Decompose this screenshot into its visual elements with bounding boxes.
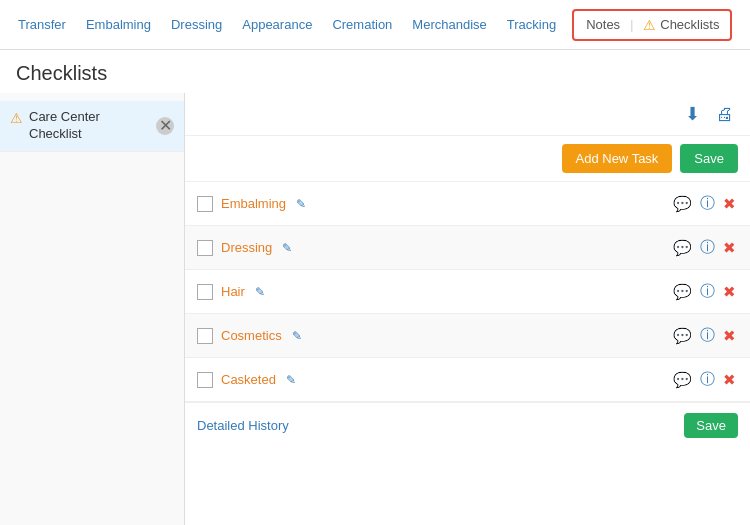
print-icon: 🖨 <box>716 104 734 124</box>
task-name-3[interactable]: Hair <box>221 284 245 299</box>
download-icon: ⬇ <box>685 104 700 124</box>
task-checkbox-1[interactable] <box>197 196 213 212</box>
task-comment-icon-1[interactable]: 💬 <box>671 193 694 215</box>
content-area: ⬇ 🖨 Add New Task Save Embalming ✎ <box>185 93 750 525</box>
table-row: Casketed ✎ 💬 ⓘ ✖ <box>185 358 750 402</box>
action-toolbar: Add New Task Save <box>185 136 750 182</box>
task-comment-icon-3[interactable]: 💬 <box>671 281 694 303</box>
task-edit-icon-1[interactable]: ✎ <box>296 197 306 211</box>
content-toolbar: ⬇ 🖨 <box>185 93 750 136</box>
nav-cremation[interactable]: Cremation <box>322 3 402 46</box>
table-row: Dressing ✎ 💬 ⓘ ✖ <box>185 226 750 270</box>
task-name-4[interactable]: Cosmetics <box>221 328 282 343</box>
add-task-button[interactable]: Add New Task <box>562 144 673 173</box>
task-name-1[interactable]: Embalming <box>221 196 286 211</box>
task-info-icon-3[interactable]: ⓘ <box>698 280 717 303</box>
footer-save-button[interactable]: Save <box>684 413 738 438</box>
task-checkbox-4[interactable] <box>197 328 213 344</box>
task-remove-icon-1[interactable]: ✖ <box>721 193 738 215</box>
nav-dressing[interactable]: Dressing <box>161 3 232 46</box>
top-navigation: Transfer Embalming Dressing Appearance C… <box>0 0 750 50</box>
task-remove-icon-4[interactable]: ✖ <box>721 325 738 347</box>
nav-merchandise[interactable]: Merchandise <box>402 3 496 46</box>
nav-appearance[interactable]: Appearance <box>232 3 322 46</box>
nav-embalming[interactable]: Embalming <box>76 3 161 46</box>
task-checkbox-2[interactable] <box>197 240 213 256</box>
task-remove-icon-3[interactable]: ✖ <box>721 281 738 303</box>
page-content: Checklists ⚠ Care Center Checklist ✕ ⬇ 🖨 <box>0 50 750 525</box>
print-button[interactable]: 🖨 <box>712 102 738 127</box>
sidebar-warning-icon: ⚠ <box>10 110 23 126</box>
table-row: Embalming ✎ 💬 ⓘ ✖ <box>185 182 750 226</box>
task-name-2[interactable]: Dressing <box>221 240 272 255</box>
task-edit-icon-2[interactable]: ✎ <box>282 241 292 255</box>
task-edit-icon-3[interactable]: ✎ <box>255 285 265 299</box>
sidebar: ⚠ Care Center Checklist ✕ <box>0 93 185 525</box>
table-row: Hair ✎ 💬 ⓘ ✖ <box>185 270 750 314</box>
table-row: Cosmetics ✎ 💬 ⓘ ✖ <box>185 314 750 358</box>
task-list: Embalming ✎ 💬 ⓘ ✖ Dressing ✎ <box>185 182 750 402</box>
save-button[interactable]: Save <box>680 144 738 173</box>
page-title: Checklists <box>0 50 750 93</box>
task-info-icon-1[interactable]: ⓘ <box>698 192 717 215</box>
task-info-icon-4[interactable]: ⓘ <box>698 324 717 347</box>
nav-checklists[interactable]: ⚠ Checklists <box>633 11 729 39</box>
detailed-history-link[interactable]: Detailed History <box>197 418 289 433</box>
task-name-5[interactable]: Casketed <box>221 372 276 387</box>
download-button[interactable]: ⬇ <box>681 101 704 127</box>
nav-notes[interactable]: Notes <box>576 11 630 38</box>
task-edit-icon-4[interactable]: ✎ <box>292 329 302 343</box>
task-checkbox-5[interactable] <box>197 372 213 388</box>
main-area: ⚠ Care Center Checklist ✕ ⬇ 🖨 Add New Ta… <box>0 93 750 525</box>
task-comment-icon-2[interactable]: 💬 <box>671 237 694 259</box>
sidebar-item-label: Care Center Checklist <box>29 109 156 143</box>
bottom-row: Detailed History Save <box>185 402 750 448</box>
task-checkbox-3[interactable] <box>197 284 213 300</box>
task-remove-icon-5[interactable]: ✖ <box>721 369 738 391</box>
task-edit-icon-5[interactable]: ✎ <box>286 373 296 387</box>
sidebar-item-inner: ⚠ Care Center Checklist <box>10 109 156 143</box>
sidebar-remove-button[interactable]: ✕ <box>156 117 174 135</box>
nav-transfer[interactable]: Transfer <box>8 3 76 46</box>
task-info-icon-5[interactable]: ⓘ <box>698 368 717 391</box>
sidebar-item-care-center[interactable]: ⚠ Care Center Checklist ✕ <box>0 101 184 152</box>
task-comment-icon-5[interactable]: 💬 <box>671 369 694 391</box>
task-comment-icon-4[interactable]: 💬 <box>671 325 694 347</box>
task-remove-icon-2[interactable]: ✖ <box>721 237 738 259</box>
warning-icon: ⚠ <box>643 17 656 33</box>
task-info-icon-2[interactable]: ⓘ <box>698 236 717 259</box>
nav-tracking[interactable]: Tracking <box>497 3 566 46</box>
